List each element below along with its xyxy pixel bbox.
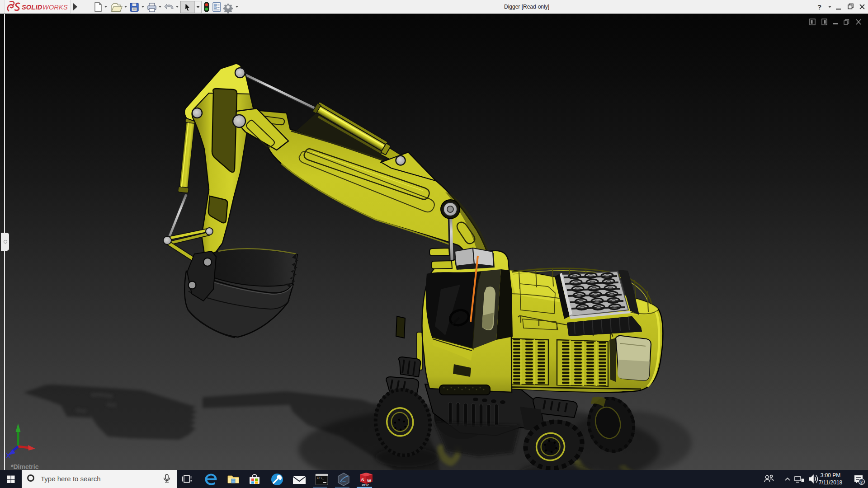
svg-text:S: S	[361, 477, 364, 482]
svg-text:WORKS: WORKS	[42, 4, 68, 11]
svg-text:2017: 2017	[362, 483, 369, 487]
svg-text:C:\_: C:\_	[317, 477, 324, 480]
svg-text:?: ?	[817, 3, 821, 11]
svg-text:2: 2	[860, 480, 863, 484]
svg-text:SOLID: SOLID	[22, 4, 42, 11]
svg-text:W: W	[367, 478, 371, 483]
